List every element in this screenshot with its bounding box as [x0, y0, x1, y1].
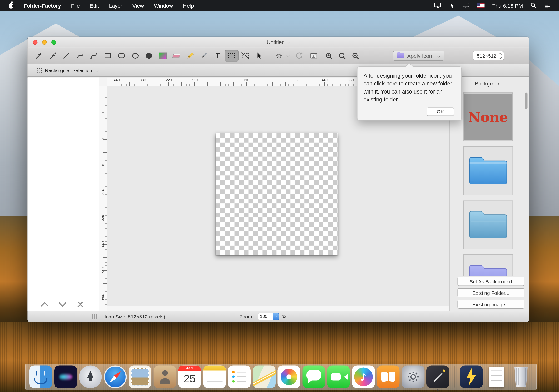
- menu-clock[interactable]: Thu 6:18 PM: [492, 2, 523, 9]
- apple-menu-icon[interactable]: [9, 3, 14, 9]
- text-tool-button[interactable]: T: [211, 50, 225, 62]
- ok-button[interactable]: OK: [427, 107, 454, 116]
- knife-tool-button[interactable]: [197, 50, 211, 62]
- existing-image-button[interactable]: Existing Image...: [457, 300, 524, 309]
- curve-tool-button[interactable]: [73, 50, 87, 62]
- ruler-h-label: -330: [139, 78, 146, 82]
- dock-icon-lightning[interactable]: [460, 365, 483, 388]
- dock-icon-itunes[interactable]: [352, 365, 375, 388]
- dock-icon-finder[interactable]: [29, 365, 52, 388]
- dock-icon-facetime[interactable]: [327, 365, 350, 388]
- rectangle-icon: [103, 51, 112, 60]
- delete-layer-button[interactable]: [73, 300, 88, 309]
- vertical-ruler: -110 0 110 220 330 440 550 660: [99, 86, 107, 311]
- dock-icon-textedit[interactable]: [485, 365, 508, 388]
- dock-icon-safari[interactable]: [104, 365, 127, 388]
- calligraphy-pen-tool-button[interactable]: [46, 50, 60, 62]
- dock-icon-trash[interactable]: [510, 365, 532, 388]
- dock-icon-mail[interactable]: [129, 365, 151, 388]
- dock-icon-contacts[interactable]: [153, 365, 176, 388]
- background-item-none[interactable]: None: [463, 93, 513, 141]
- apply-icon-button[interactable]: Apply Icon: [393, 51, 444, 61]
- eraser-tool-button[interactable]: [170, 50, 184, 62]
- percent-label: %: [282, 314, 286, 319]
- move-tool-button[interactable]: [252, 50, 266, 62]
- menu-layer[interactable]: Layer: [104, 2, 127, 9]
- zoom-actual-size-button[interactable]: [338, 52, 346, 60]
- ruler-h-label: -110: [191, 78, 198, 82]
- polygon-tool-button[interactable]: [142, 50, 156, 62]
- menu-window[interactable]: Window: [149, 2, 178, 9]
- title-bar[interactable]: Untitled: [28, 37, 529, 48]
- menu-view[interactable]: View: [127, 2, 149, 9]
- dock-icon-system-preferences[interactable]: [402, 365, 425, 388]
- gradient-tool-button[interactable]: [156, 50, 170, 62]
- dock-icon-ibooks[interactable]: [377, 365, 400, 388]
- dock-icon-calendar[interactable]: JAN 25: [178, 365, 201, 388]
- rectangle-tool-button[interactable]: [101, 50, 115, 62]
- selection-mode-label[interactable]: Rectangular Selection: [45, 68, 92, 73]
- zoom-input[interactable]: [258, 313, 273, 320]
- dock-icon-folder-factory[interactable]: [426, 365, 449, 388]
- transparent-icon-canvas[interactable]: [216, 133, 338, 255]
- settings-menu-button[interactable]: [275, 52, 289, 60]
- dock-separator: [455, 366, 455, 388]
- dock-icon-siri[interactable]: [54, 365, 77, 388]
- background-item-folder-purple[interactable]: [463, 254, 513, 276]
- background-item-folder-blue[interactable]: [463, 147, 513, 195]
- rotate-button[interactable]: [295, 51, 303, 60]
- ellipse-tool-button[interactable]: [128, 50, 142, 62]
- dock-icon-launchpad[interactable]: [79, 365, 102, 388]
- dock-icon-notes[interactable]: [203, 365, 226, 388]
- panel-resize-handle[interactable]: [92, 314, 98, 319]
- screen-mirroring-icon[interactable]: [434, 2, 442, 9]
- stepper-arrows-icon[interactable]: [499, 53, 501, 59]
- zoom-out-button[interactable]: [351, 52, 360, 60]
- move-layer-down-button[interactable]: [56, 300, 70, 309]
- icon-size-value: 512×512: [477, 53, 496, 59]
- bezier-icon: [90, 51, 98, 60]
- menu-file[interactable]: File: [66, 2, 85, 9]
- spotlight-search-icon[interactable]: [531, 2, 537, 9]
- selection-pen-tool-button[interactable]: [238, 50, 252, 62]
- canvas-scroll-strip: [107, 306, 449, 311]
- ruler-v-label: 110: [101, 161, 105, 169]
- menu-edit[interactable]: Edit: [85, 2, 104, 9]
- pen-tool-button[interactable]: [32, 50, 46, 62]
- menu-app-name[interactable]: Folder-Factory: [19, 2, 66, 9]
- bezier-tool-button[interactable]: [87, 50, 101, 62]
- pointer-status-icon[interactable]: [449, 2, 455, 9]
- zoom-in-button[interactable]: [325, 52, 333, 60]
- zoom-out-icon: [351, 52, 360, 60]
- pencil-tool-button[interactable]: [183, 50, 197, 62]
- scrollbar-thumb[interactable]: [525, 93, 528, 109]
- rotate-icon: [295, 51, 303, 60]
- window-title[interactable]: Untitled: [267, 39, 290, 45]
- existing-folder-button[interactable]: Existing Folder...: [457, 289, 524, 298]
- display-status-icon[interactable]: [462, 2, 470, 9]
- ruler-h-label: 330: [296, 78, 301, 82]
- dock-icon-messages[interactable]: [302, 365, 325, 388]
- background-item-folder-textured[interactable]: [463, 201, 513, 249]
- icon-size-stepper[interactable]: 512×512: [473, 51, 504, 60]
- dock-icon-photos[interactable]: [278, 365, 300, 388]
- rounded-rectangle-tool-button[interactable]: [115, 50, 129, 62]
- line-tool-button[interactable]: [60, 50, 74, 62]
- zoom-dropdown-button[interactable]: [273, 313, 279, 320]
- marquee-selection-tool-button[interactable]: [225, 50, 239, 62]
- pen-icon: [35, 51, 43, 60]
- dock-icon-maps[interactable]: [253, 365, 275, 388]
- apply-icon-label: Apply Icon: [407, 53, 432, 59]
- move-layer-up-button[interactable]: [38, 300, 52, 309]
- dock-icon-reminders[interactable]: [228, 365, 251, 388]
- calendar-month: JAN: [178, 365, 201, 371]
- insert-image-button[interactable]: [309, 51, 318, 60]
- notification-center-icon[interactable]: [544, 2, 551, 9]
- input-language-flag-icon[interactable]: [477, 3, 485, 8]
- menu-help[interactable]: Help: [178, 2, 199, 9]
- minimize-button[interactable]: [42, 40, 47, 45]
- close-button[interactable]: [33, 40, 38, 45]
- set-as-background-button[interactable]: Set As Background: [457, 277, 524, 286]
- zoom-window-button[interactable]: [51, 40, 56, 45]
- marquee-selection-icon: [228, 53, 235, 58]
